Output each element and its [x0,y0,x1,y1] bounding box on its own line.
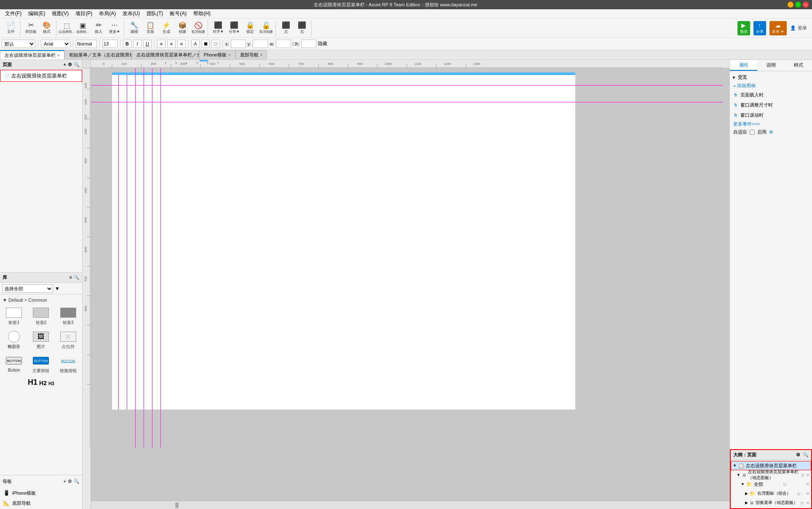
scrollbar-h-thumb[interactable] [175,502,179,508]
right-tab-properties[interactable]: 属性 [730,60,757,71]
close-button[interactable]: × [803,2,809,8]
align-center-btn[interactable]: ≡ [167,40,176,48]
mother-item-iphone[interactable]: 📱 iPhone模板 [0,488,82,498]
w-input[interactable] [276,40,291,48]
outline-toggle-page[interactable]: ▼ [733,463,737,468]
toolbar-page-btn[interactable]: 📋 页面 [143,21,158,36]
tab-main[interactable]: 左右设限滑块页层菜单栏 × [0,50,64,59]
menu-layout[interactable]: 布局(A) [96,9,119,18]
outline-panel-action2[interactable]: ✕ [806,473,809,477]
canvas-area[interactable]: 0 100 200 300 400 500 600 700 800 900 [83,60,729,509]
text-style-input[interactable] [76,40,97,48]
menu-view[interactable]: 视图(V) [48,9,72,18]
menu-file[interactable]: 文件(F) [2,9,25,18]
menu-edit[interactable]: 编辑(E) [25,9,48,18]
font-color-btn[interactable]: A [191,40,200,48]
right-tab-style[interactable]: 样式 [785,60,812,71]
align-right-btn[interactable]: ≡ [177,40,186,48]
mother-settings-icon[interactable]: ⚙ [68,479,72,484]
toolbar-select2-btn[interactable]: ▣ 选择框... [75,21,90,36]
bold-btn[interactable]: B [123,40,131,48]
outline-toggle-switch[interactable]: ▶ [745,501,748,505]
adapt-checkbox[interactable] [750,130,755,135]
tab-nav-close[interactable]: × [260,53,263,57]
preview-button[interactable]: ▶ 预览 [737,21,750,35]
library-settings-icon[interactable]: ≡ [69,275,72,280]
toolbar-cut-btn[interactable]: ✂ 剪切板 [23,21,38,36]
toolbar-left-btn[interactable]: ⬛ 左 [278,21,294,36]
event-window-resize[interactable]: 🖱 窗口调整尺寸时 [732,100,810,110]
mother-item-nav[interactable]: 📐 底部导航 [0,498,82,508]
mother-search-icon[interactable]: 🔍 [74,479,80,484]
toolbar-lock-btn[interactable]: 🔒 锁定 [243,21,258,36]
more-events-btn[interactable]: 更多事件>>> [732,120,810,128]
italic-btn[interactable]: I [133,40,142,48]
toolbar-generate-btn[interactable]: ⚡ 生成 [159,21,174,36]
outline-item-all[interactable]: ▼ 📁 全部 ⊙ ✕ [731,480,811,489]
outline-search-icon[interactable]: 🔍 [803,452,809,458]
toolbar-cancel-lock-btn[interactable]: 🔓 取消创建 [259,21,274,36]
canvas-scrollbar-h[interactable] [91,501,729,509]
mother-add-icon[interactable]: + [64,479,66,484]
outline-toggle-panel[interactable]: ▼ [737,473,740,477]
event-page-load[interactable]: 🖱 页面载入时 [732,90,810,100]
library-search-icon[interactable]: 🔍 [74,275,80,280]
menu-account[interactable]: 账号(A) [166,9,190,18]
toolbar-build-btn[interactable]: 🔧 建模 [127,21,142,36]
outline-item-switch[interactable]: ▶ 🖥 切换菜单（动态面板） ⊙ ✕ [731,498,811,507]
widget-link-button[interactable]: BUTTON 链接按钮 [56,354,80,375]
outline-item-float[interactable]: ▶ 📁 右浮图标（组合） ⊙ ✕ [731,489,811,498]
y-input[interactable] [253,40,268,48]
right-tab-notes[interactable]: 说明 [757,60,785,71]
tab-nav[interactable]: 底部导航 × [235,50,267,59]
event-window-scroll[interactable]: 🖱 窗口滚动时 [732,110,810,120]
share-button[interactable]: ↑ 分享 [753,21,766,35]
outline-float-action[interactable]: ⊙ [797,491,800,496]
publish-button[interactable]: ☁ 发布 ▼ [769,21,787,35]
add-event-btn[interactable]: + 添加用例 [732,82,810,90]
outline-float-action2[interactable]: ✕ [806,491,809,496]
page-style-select[interactable]: 默认 [2,40,35,48]
widget-headings[interactable]: H1 H2 H3 [2,377,80,388]
menu-help[interactable]: 帮助(H) [190,9,214,18]
border-color-btn[interactable]: □ [211,40,220,48]
widget-placeholder[interactable]: 占位符 [56,330,80,351]
widget-main-button[interactable]: BUTTON 主要按钮 [29,354,53,375]
toolbar-right-btn[interactable]: ⬛ 右 [294,21,310,36]
pages-settings-icon[interactable]: ⚙ [68,62,72,67]
widget-rect2[interactable]: 矩形2 [29,305,53,327]
x-input[interactable] [231,40,246,48]
outline-toggle-all[interactable]: ▼ [741,482,745,486]
toolbar-file-btn[interactable]: 📄 文件 [3,21,19,36]
canvas-content[interactable] [91,68,729,501]
minimize-button[interactable]: − [788,2,793,8]
fill-color-btn[interactable]: ◼ [201,40,210,48]
tab-all[interactable]: 左右设限滑块页层菜单单栏／全部（左右设限滑块页层菜单...） × [132,50,199,59]
library-select-all[interactable]: 选择全部 [3,284,53,293]
menu-publish[interactable]: 发布(U) [119,9,143,18]
maximize-button[interactable]: □ [795,2,801,8]
outline-item-panel[interactable]: ▼ 🖥 左右设限滑块页层菜单单栏（动态面板） ⊙ ✕ [731,470,811,480]
pages-search-icon[interactable]: 🔍 [74,62,80,67]
page-item-main[interactable]: 📄 左右设限滑块页层菜单栏 [0,70,82,82]
outline-toggle-float[interactable]: ▶ [745,491,748,496]
library-category-toggle[interactable]: ▼ [3,297,7,303]
widget-image[interactable]: 🖼 图片 [29,330,53,351]
align-left-btn[interactable]: ≡ [157,40,166,48]
adapt-settings-icon[interactable]: ⚙ [769,129,773,135]
toolbar-compile-btn[interactable]: 📦 创建 [175,21,190,36]
outline-switch-action[interactable]: ⊙ [800,501,804,505]
library-expand-icon[interactable]: ▼ [55,286,60,292]
outline-panel-action[interactable]: ⊙ [801,473,804,477]
underline-btn[interactable]: U [143,40,152,48]
widget-button[interactable]: BUTTON Button [2,354,26,375]
outline-all-action2[interactable]: ✕ [806,482,809,487]
font-size-input[interactable] [102,40,118,48]
toolbar-more-btn[interactable]: ⋯ 更多▼ [107,21,122,36]
tab-phone[interactable]: Phone模板 × [199,50,235,59]
toolbar-align-btn[interactable]: ⬛ 对齐▼ [211,21,226,36]
menu-team[interactable]: 团队(T) [143,9,166,18]
font-select[interactable]: Arial [41,40,70,48]
toolbar-distribute-btn[interactable]: ⬛ 分布▼ [227,21,242,36]
toolbar-cancel-generate-btn[interactable]: 🚫 取消创建 [191,21,206,36]
